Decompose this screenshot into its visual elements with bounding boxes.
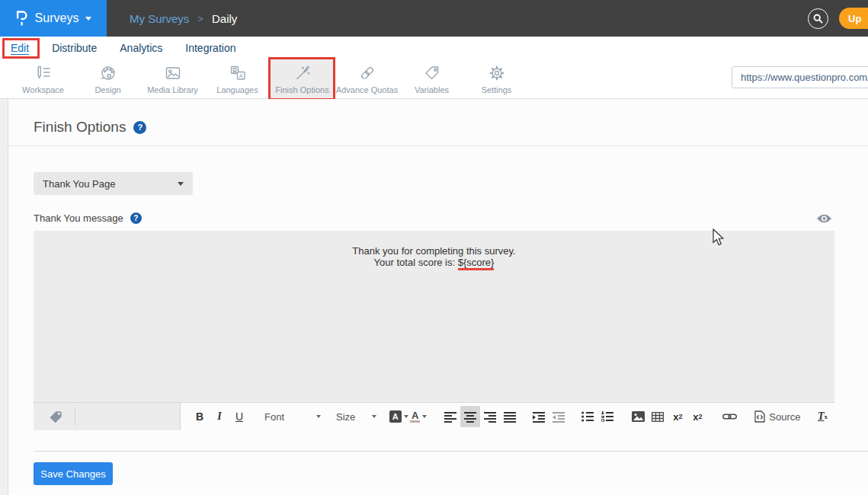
editor-line-1: Thank you for completing this survey. [34,246,834,257]
subscript-base: x [673,411,678,423]
source-button[interactable]: Source [750,406,805,427]
align-justify-icon [504,411,516,423]
divider [8,145,868,146]
source-icon [754,410,765,423]
help-icon[interactable]: ? [133,121,146,134]
editor-toolbar-left [34,403,181,430]
chevron-down-icon [372,415,376,418]
app-window: Surveys My Surveys > Daily Up Edit Distr… [0,0,868,495]
dropdown-selected-value: Thank You Page [43,178,115,190]
font-select[interactable]: Font [261,406,324,427]
help-icon[interactable]: ? [130,212,142,224]
background-color-swatch: A [389,410,402,423]
decrease-indent-button[interactable] [549,406,569,427]
ribbon-item-finish-options[interactable]: Finish Options [270,59,335,98]
subscript-button[interactable]: x2 [668,406,687,427]
breadcrumb: My Surveys > Daily [130,0,237,37]
ribbon-item-media-library[interactable]: Media Library [140,59,205,98]
product-label: Surveys [35,11,79,25]
product-switcher[interactable]: Surveys [0,0,107,37]
size-select-label: Size [336,411,355,423]
ribbon-item-workspace[interactable]: Workspace [11,59,75,98]
finish-options-icon [293,63,312,83]
topbar: Surveys My Surveys > Daily Up [0,0,868,37]
remove-format-small: x [825,413,828,420]
breadcrumb-current: Daily [212,12,237,25]
size-select[interactable]: Size [333,406,380,427]
ribbon-item-languages[interactable]: A Languages [205,59,270,98]
divider [34,451,868,452]
chevron-down-icon [422,415,427,418]
search-button[interactable] [808,8,828,29]
message-label-row: Thank You message ? [34,212,142,224]
ribbon-item-advance-quotas[interactable]: Advance Quotas [335,59,399,98]
bold-button[interactable]: B [190,406,210,427]
tab-bar: Edit Distribute Analytics Integration [0,37,868,59]
increase-indent-button[interactable] [529,406,549,427]
upgrade-button[interactable]: Up [839,8,868,29]
breadcrumb-my-surveys[interactable]: My Surveys [130,12,189,25]
source-label: Source [769,411,800,423]
insert-variable-button[interactable] [44,406,67,427]
edit-ribbon: Workspace Design Media Li [0,59,868,99]
questionpro-logo-icon [15,10,28,27]
editor-content-area[interactable]: Thank you for completing this survey. Yo… [34,231,834,402]
remove-format-letter: T [818,410,825,423]
ribbon-item-design[interactable]: Design [75,59,140,98]
align-left-button[interactable] [440,406,460,427]
variables-icon [423,63,441,83]
align-center-button[interactable] [460,406,480,427]
thank-you-message-editor: Thank you for completing this survey. Yo… [34,231,834,430]
insert-link-button[interactable] [719,406,739,427]
chevron-down-icon [404,415,408,418]
tab-edit[interactable]: Edit [11,42,29,54]
ribbon-label: Media Library [147,85,198,94]
background-color-button[interactable]: A [389,406,408,427]
breadcrumb-separator: > [197,13,203,24]
editor-line-2-text: Your total score is: [374,257,458,268]
insert-table-button[interactable] [648,406,668,427]
ribbon-item-settings[interactable]: Settings [464,59,529,98]
chevron-down-icon [316,415,321,418]
underline-button[interactable]: U [229,406,249,427]
text-color-letter: A [412,411,418,420]
superscript-base: x [693,411,698,423]
italic-button[interactable]: I [210,406,229,427]
decrease-indent-icon [553,411,565,423]
ribbon-label: Design [94,85,120,94]
thank-you-message-label: Thank You message [34,212,123,224]
finish-option-dropdown[interactable]: Thank You Page [34,172,193,195]
subscript-small: 2 [678,413,682,420]
text-color-button[interactable]: A [408,406,428,427]
ribbon-item-variables[interactable]: Variables [399,59,464,98]
superscript-button[interactable]: x2 [687,406,707,427]
ribbon-label: Settings [482,85,512,94]
align-left-icon [444,411,456,423]
ribbon-label: Variables [415,85,449,94]
tab-integration[interactable]: Integration [185,42,235,54]
save-changes-button[interactable]: Save Changes [34,462,113,485]
superscript-small: 2 [698,413,702,420]
text-color-bar [410,420,420,423]
numbered-list-button[interactable] [597,406,617,427]
align-right-button[interactable] [480,406,500,427]
insert-image-button[interactable] [628,406,648,427]
eye-icon [816,213,832,224]
editor-toolbar-buttons: B I U Font Size A [181,403,834,430]
survey-url-input[interactable] [732,66,868,88]
preview-button[interactable] [814,212,834,225]
numbered-list-icon [601,411,613,422]
align-right-icon [484,411,496,423]
tab-analytics[interactable]: Analytics [120,42,162,54]
remove-format-button[interactable]: Tx [813,406,833,427]
design-icon [99,63,117,83]
page-title: Finish Options [34,119,126,136]
bulleted-list-button[interactable] [578,406,597,427]
tag-icon [48,409,63,424]
align-justify-button[interactable] [500,406,520,427]
tab-distribute[interactable]: Distribute [52,42,97,54]
page-title-row: Finish Options ? [34,119,146,136]
main-content: Finish Options ? Thank You Page Thank Yo… [0,99,868,495]
ribbon-label: Finish Options [275,85,328,94]
languages-icon: A [229,63,247,83]
